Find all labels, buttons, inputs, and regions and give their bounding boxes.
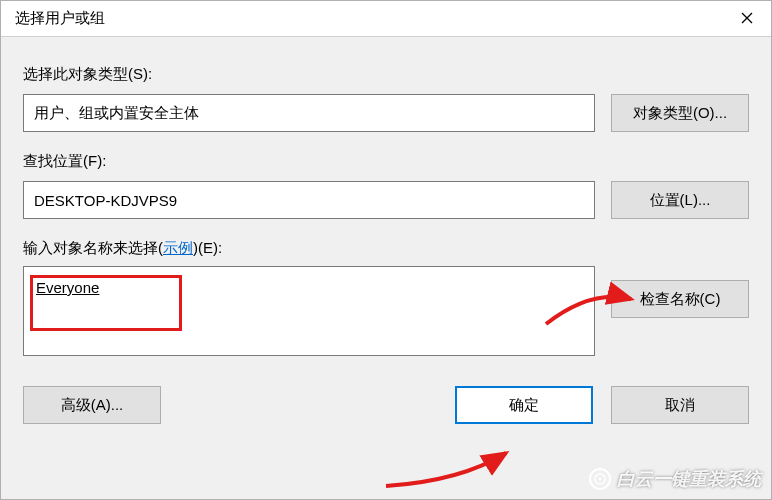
names-label-suffix: )(E): (193, 239, 222, 256)
entered-name: Everyone (36, 279, 99, 296)
close-icon (741, 10, 753, 28)
check-names-col: 检查名称(C) (611, 266, 749, 356)
object-type-field: 用户、组或内置安全主体 (23, 94, 595, 132)
location-label: 查找位置(F): (23, 152, 749, 171)
svg-point-3 (599, 478, 602, 481)
dialog-content: 选择此对象类型(S): 用户、组或内置安全主体 对象类型(O)... 查找位置(… (1, 37, 771, 434)
location-row: DESKTOP-KDJVPS9 位置(L)... (23, 181, 749, 219)
object-type-label: 选择此对象类型(S): (23, 65, 749, 84)
close-button[interactable] (723, 1, 771, 37)
location-value: DESKTOP-KDJVPS9 (34, 192, 177, 209)
cancel-button[interactable]: 取消 (611, 386, 749, 424)
object-type-row: 用户、组或内置安全主体 对象类型(O)... (23, 94, 749, 132)
watermark-icon (589, 468, 611, 490)
svg-point-2 (595, 474, 605, 484)
object-names-input[interactable]: Everyone (23, 266, 595, 356)
watermark: 白云一键重装系统 (589, 467, 761, 491)
dialog-window: 选择用户或组 选择此对象类型(S): 用户、组或内置安全主体 对象类型(O)..… (0, 0, 772, 500)
location-field: DESKTOP-KDJVPS9 (23, 181, 595, 219)
locations-button[interactable]: 位置(L)... (611, 181, 749, 219)
names-label: 输入对象名称来选择(示例)(E): (23, 239, 749, 258)
object-types-button[interactable]: 对象类型(O)... (611, 94, 749, 132)
example-link[interactable]: 示例 (163, 239, 193, 256)
bottom-row: 高级(A)... 确定 取消 (23, 386, 749, 424)
bottom-right-buttons: 确定 取消 (455, 386, 749, 424)
object-type-value: 用户、组或内置安全主体 (34, 104, 199, 123)
names-row: Everyone 检查名称(C) (23, 266, 749, 356)
names-label-prefix: 输入对象名称来选择( (23, 239, 163, 256)
advanced-button[interactable]: 高级(A)... (23, 386, 161, 424)
watermark-text: 白云一键重装系统 (617, 467, 761, 491)
titlebar: 选择用户或组 (1, 1, 771, 37)
check-names-button[interactable]: 检查名称(C) (611, 280, 749, 318)
annotation-arrow-ok (381, 441, 521, 491)
ok-button[interactable]: 确定 (455, 386, 593, 424)
window-title: 选择用户或组 (15, 9, 105, 28)
